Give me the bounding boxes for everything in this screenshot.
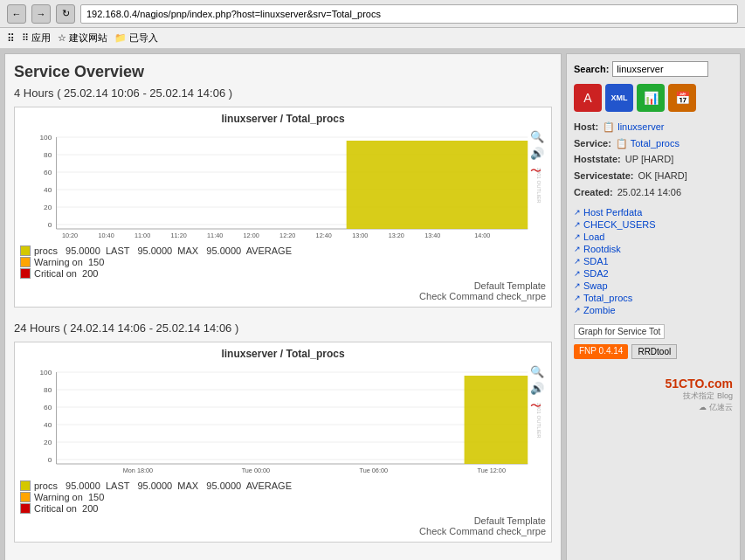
xml-icon[interactable]: XML: [605, 84, 633, 112]
host-link[interactable]: linuxserver: [617, 121, 664, 132]
cal-icon[interactable]: 📅: [668, 84, 696, 112]
host-row: Host: 📋 linuxserver: [574, 119, 733, 135]
sound-icon[interactable]: 🔊: [530, 147, 544, 160]
graph2-title: linuxserver / Total_procs: [20, 348, 546, 360]
nav-links: ↗ Host Perfdata ↗ CHECK_USERS ↗ Load ↗ R…: [574, 207, 733, 315]
fnp-badge[interactable]: FNP 0.4.14: [574, 344, 628, 359]
graph2-svg: 100 80 60 40 20 0 Mon 18:00 Tue 00:00 Tu…: [20, 363, 546, 477]
svg-text:20: 20: [44, 204, 52, 211]
watermark-sub: 技术指定 Blog: [574, 391, 733, 402]
nav-link-load[interactable]: Load: [583, 232, 604, 242]
svg-rect-42: [465, 376, 528, 464]
procs-color: [20, 245, 31, 256]
nav-load[interactable]: ↗ Load: [574, 232, 733, 242]
graph2-legend: procs 95.0000 LAST 95.0000 MAX 95.0000 A…: [20, 480, 546, 514]
svg-text:13:00: 13:00: [352, 232, 368, 239]
legend-critical-row: Critical on 200: [20, 268, 546, 279]
graph2-icons: 🔍 🔊 〜: [530, 365, 544, 414]
warning2-color: [20, 492, 31, 502]
chart-icon[interactable]: 📊: [637, 84, 665, 112]
svg-text:11:00: 11:00: [135, 232, 150, 239]
nav-host-perfdata[interactable]: ↗ Host Perfdata: [574, 207, 733, 218]
legend2-warning-row: Warning on 150: [20, 492, 546, 502]
link-icon-totalprocs: ↗: [574, 294, 581, 302]
url-bar[interactable]: [80, 4, 738, 24]
svg-text:20: 20: [44, 439, 52, 446]
nav-total-procs[interactable]: ↗ Total_procs: [574, 293, 733, 303]
refresh-button[interactable]: ↻: [56, 4, 75, 24]
nav-link-swap[interactable]: Swap: [583, 280, 608, 291]
forward-button[interactable]: →: [31, 4, 51, 24]
bookmark-suggest[interactable]: ☆ 建议网站: [58, 31, 107, 45]
servicestate-row: Servicestate: OK [HARD]: [574, 168, 733, 184]
svg-rect-14: [347, 141, 528, 229]
rrdtool-button[interactable]: RRDtool: [631, 344, 677, 359]
svg-text:Tue 06:00: Tue 06:00: [360, 467, 388, 474]
legend-warning-row: Warning on 150: [20, 257, 546, 267]
legend2-critical-row: Critical on 200: [20, 503, 546, 514]
svg-text:0: 0: [48, 221, 52, 229]
graph1-title: linuxserver / Total_procs: [20, 113, 546, 125]
svg-text:100: 100: [39, 134, 52, 142]
nav-zombie[interactable]: ↗ Zombie: [574, 305, 733, 315]
svg-text:12:00: 12:00: [244, 232, 259, 239]
svg-text:Mon 18:00: Mon 18:00: [123, 467, 153, 474]
nav-link-perfdata[interactable]: Host Perfdata: [583, 207, 642, 218]
svg-text:100: 100: [39, 369, 52, 377]
zoom-icon2[interactable]: 🔍: [530, 365, 544, 378]
nav-check-users[interactable]: ↗ CHECK_USERS: [574, 219, 733, 230]
critical-color: [20, 268, 31, 279]
graph1-container: linuxserver / Total_procs 🔍 🔊 〜: [14, 107, 552, 308]
sound-icon2[interactable]: 🔊: [530, 382, 544, 395]
graph-service-tooltip: Graph for Service Tot: [574, 324, 665, 339]
legend2-critical-text: Critical on 200: [34, 503, 98, 514]
legend2-procs-row: procs 95.0000 LAST 95.0000 MAX 95.0000 A…: [20, 480, 546, 491]
nav-link-zombie[interactable]: Zombie: [583, 305, 616, 315]
wave-icon[interactable]: 〜: [530, 163, 544, 179]
nav-link-rootdisk[interactable]: Rootdisk: [583, 244, 621, 254]
svg-text:40: 40: [44, 186, 52, 194]
browser-bar: ← → ↻: [0, 0, 745, 28]
zoom-icon[interactable]: 🔍: [530, 130, 544, 143]
main-content: Service Overview 4 Hours ( 25.02.14 10:0…: [4, 53, 562, 560]
bottom-buttons: FNP 0.4.14 RRDtool: [574, 344, 733, 359]
nav-link-totalprocs[interactable]: Total_procs: [583, 293, 632, 303]
svg-text:80: 80: [44, 151, 52, 159]
svg-text:12:20: 12:20: [279, 232, 295, 239]
bookmark-imported[interactable]: 📁 已导入: [114, 31, 158, 45]
bookmark-apps[interactable]: ⠿ 应用: [22, 31, 51, 45]
graph2-footer: Default Template Check Command check_nrp…: [20, 515, 546, 536]
app-icons-row: A XML 📊 📅: [574, 84, 733, 112]
nav-link-sda1[interactable]: SDA1: [583, 256, 609, 266]
legend-procs-row: procs 95.0000 LAST 95.0000 MAX 95.0000 A…: [20, 245, 546, 256]
service-link[interactable]: Total_procs: [631, 138, 679, 149]
graph1-legend: procs 95.0000 LAST 95.0000 MAX 95.0000 A…: [20, 245, 546, 279]
nav-link-checkusers[interactable]: CHECK_USERS: [583, 219, 656, 230]
svg-text:40: 40: [44, 421, 52, 429]
nav-sda1[interactable]: ↗ SDA1: [574, 256, 733, 266]
warning-color: [20, 257, 31, 267]
legend-critical-text: Critical on 200: [34, 268, 98, 279]
search-input[interactable]: [612, 61, 708, 77]
bookmarks-bar: ⠿ ⠿ 应用 ☆ 建议网站 📁 已导入: [0, 28, 745, 49]
host-info: Host: 📋 linuxserver Service: 📋 Total_pro…: [574, 119, 733, 200]
graph1-svg: 100 80 60 40 20 0 10:20 10:40 11:00 11:2…: [20, 128, 546, 242]
adobe-icon[interactable]: A: [574, 84, 602, 112]
legend2-warning-text: Warning on 150: [34, 492, 104, 502]
graph2-time-label: 24 Hours ( 24.02.14 14:06 - 25.02.14 14:…: [14, 321, 552, 335]
svg-text:0: 0: [48, 456, 52, 464]
wave-icon2[interactable]: 〜: [530, 398, 544, 414]
nav-link-sda2[interactable]: SDA2: [583, 268, 609, 279]
svg-text:60: 60: [44, 169, 52, 176]
procs2-color: [20, 480, 31, 491]
watermark-aliyun: ☁ 亿速云: [574, 402, 733, 413]
right-sidebar: Search: A XML 📊 📅 Host: 📋 linuxserver Se…: [566, 53, 741, 560]
hoststate-row: Hoststate: UP [HARD]: [574, 151, 733, 168]
nav-swap[interactable]: ↗ Swap: [574, 280, 733, 291]
legend-procs-text: procs 95.0000 LAST 95.0000 MAX 95.0000 A…: [34, 245, 292, 256]
nav-sda2[interactable]: ↗ SDA2: [574, 268, 733, 279]
back-button[interactable]: ←: [7, 4, 26, 24]
nav-rootdisk[interactable]: ↗ Rootdisk: [574, 244, 733, 254]
svg-text:11:20: 11:20: [171, 232, 187, 239]
link-icon-swap: ↗: [574, 281, 581, 290]
